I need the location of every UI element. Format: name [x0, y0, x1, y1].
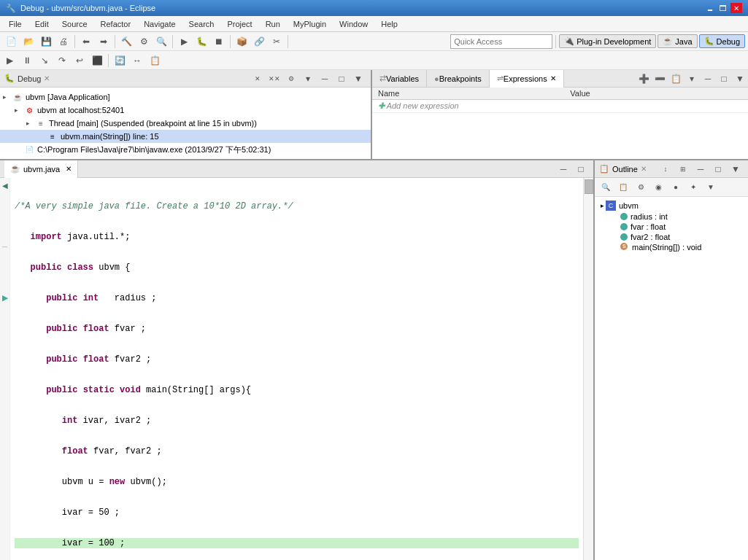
menu-edit[interactable]: Edit [29, 18, 55, 30]
perspective-java[interactable]: ☕ Java [658, 34, 697, 48]
outline-toolbar: 🔍 📋 ⚙ ◉ ● ✦ ▼ [595, 178, 748, 197]
debug-stepout-button[interactable]: ↩ [72, 52, 88, 69]
debug-terminate-button[interactable]: ⬛ [89, 52, 105, 69]
debug-minimize-btn[interactable]: ─ [317, 71, 333, 87]
outline-menu-btn[interactable]: ▼ [728, 161, 744, 177]
open-button[interactable]: 📂 [20, 34, 36, 50]
tab-breakpoints[interactable]: ● Breakpoints [427, 70, 490, 88]
outline-minimize-btn[interactable]: ─ [693, 161, 709, 177]
outline-maximize-btn[interactable]: □ [710, 161, 726, 177]
outline-tb-5[interactable]: ● [668, 179, 684, 195]
tb-btn-2[interactable]: ➡ [96, 34, 112, 50]
menu-source[interactable]: Source [56, 18, 93, 30]
print-button[interactable]: 🖨 [55, 34, 72, 50]
outline-tab-close[interactable]: ✕ [641, 165, 647, 173]
tb-btn-3[interactable]: 🔨 [118, 34, 134, 50]
stop-button[interactable]: ⏹ [211, 34, 227, 50]
editor-maximize-btn[interactable]: □ [573, 161, 589, 177]
tb2-btn-3[interactable]: 📋 [147, 52, 163, 69]
outline-tb-3[interactable]: ⚙ [633, 179, 649, 195]
debug-remove-btn[interactable]: ✕ [250, 71, 266, 87]
tree-item-label-process: ubvm at localhost:52401 [37, 106, 124, 114]
outline-item-main[interactable]: ▸ S main(String[]) : void [595, 242, 748, 252]
menu-navigate[interactable]: Navigate [138, 18, 181, 30]
tb-btn-4[interactable]: ⚙ [136, 34, 152, 50]
tree-item-process[interactable]: ▸ ⚙ ubvm at localhost:52401 [0, 104, 371, 117]
debug-remove-all-btn[interactable]: ✕✕ [266, 71, 282, 87]
menu-file[interactable]: File [3, 18, 28, 30]
debug-tab-close-icon[interactable]: ✕ [44, 74, 50, 82]
perspective-debug[interactable]: 🐛 Debug [699, 34, 745, 48]
tb-misc-3[interactable]: ✂ [269, 34, 285, 50]
scrollbar-thumb[interactable] [585, 179, 593, 194]
expr-maximize-btn[interactable]: □ [716, 71, 732, 87]
editor-scrollbar-v[interactable]: ▬ [583, 178, 593, 560]
menu-run[interactable]: Run [260, 18, 286, 30]
editor-tab-close-icon[interactable]: ✕ [66, 165, 72, 173]
expr-minimize-btn[interactable]: ─ [700, 71, 716, 87]
maximize-button[interactable]: 🗖 [717, 3, 729, 13]
tab-variables[interactable]: ⇄ Variables [372, 70, 427, 88]
code-editor[interactable]: /*A very simple java file. Create a 10*1… [10, 178, 583, 560]
add-expression-row[interactable]: ✚ Add new expression [372, 100, 748, 113]
tree-item-exe[interactable]: 📄 C:\Program Files\Java\jre7\bin\javaw.e… [0, 143, 371, 156]
expr-remove-btn[interactable]: ➖ [652, 71, 668, 87]
tb-btn-5[interactable]: 🔍 [153, 34, 169, 50]
menu-help[interactable]: Help [375, 18, 404, 30]
menu-myplugin[interactable]: MyPlugin [288, 18, 332, 30]
close-button[interactable]: ✕ [730, 3, 742, 13]
tab-expressions[interactable]: ⇌ Expressions ✕ [490, 70, 564, 88]
menu-search[interactable]: Search [183, 18, 220, 30]
tab-close-icon[interactable]: ✕ [550, 74, 556, 82]
marker-19 [0, 365, 9, 375]
tree-item-thread[interactable]: ▸ ≡ Thread [main] (Suspended (breakpoint… [0, 117, 371, 130]
outline-item-radius[interactable]: ▸ radius : int [595, 211, 748, 222]
outline-tb-7[interactable]: ▼ [703, 179, 719, 195]
tb-misc-2[interactable]: 🔗 [251, 34, 267, 50]
tree-item-app[interactable]: ▸ ☕ ubvm [Java Application] [0, 90, 371, 104]
debug-panel-title: Debug [18, 74, 41, 83]
perspective-plugin-dev[interactable]: 🔌 Plug-in Development [559, 34, 656, 48]
outline-item-fvar2[interactable]: ▸ fvar2 : float [595, 232, 748, 242]
debug-maximize-btn[interactable]: □ [333, 71, 350, 87]
debug-menu-btn[interactable]: ▼ [350, 71, 366, 87]
editor-tab[interactable]: ☕ ubvm.java ✕ [4, 160, 78, 178]
debug-run-button[interactable]: 🐛 [193, 34, 209, 50]
minimize-button[interactable]: 🗕 [704, 3, 716, 13]
expr-collapse-btn[interactable]: ▾ [684, 71, 700, 87]
tree-item-frame[interactable]: ≡ ubvm.main(String[]) line: 15 [0, 130, 371, 143]
save-button[interactable]: 💾 [38, 34, 54, 50]
new-button[interactable]: 📄 [3, 34, 19, 50]
tb-btn-1[interactable]: ⬅ [78, 34, 94, 50]
outline-item-fvar[interactable]: ▸ fvar : float [595, 222, 748, 232]
outline-tb-4[interactable]: ◉ [650, 179, 666, 195]
run-button[interactable]: ▶ [176, 34, 192, 50]
menu-window[interactable]: Window [333, 18, 374, 30]
menu-refactor[interactable]: Refactor [95, 18, 137, 30]
tb2-btn-1[interactable]: 🔄 [112, 52, 128, 69]
debug-stepinto-button[interactable]: ↘ [36, 52, 53, 69]
outline-group-btn[interactable]: ⊞ [675, 161, 691, 177]
quick-access-input[interactable] [450, 34, 552, 49]
menu-project[interactable]: Project [221, 18, 258, 30]
outline-item-ubvm[interactable]: ▸ C ubvm [595, 200, 748, 211]
outline-title: Outline [612, 165, 638, 174]
outline-tb-2[interactable]: 📋 [615, 179, 631, 195]
tb-misc-1[interactable]: 📦 [234, 34, 250, 50]
debug-properties-btn[interactable]: ⚙ [283, 71, 299, 87]
expr-copy-btn[interactable]: 📋 [668, 71, 684, 87]
debug-collapse-btn[interactable]: ▾ [300, 71, 316, 87]
debug-suspend-button[interactable]: ⏸ [19, 52, 35, 69]
outline-tb-6[interactable]: ✦ [685, 179, 701, 195]
tb2-btn-2[interactable]: ↔ [129, 52, 145, 69]
debug-resume-button[interactable]: ▶ [1, 52, 18, 69]
outline-sort-btn[interactable]: ↕ [658, 161, 674, 177]
debug-stepover-button[interactable]: ↷ [54, 52, 70, 69]
expr-menu-btn[interactable]: ▼ [732, 71, 748, 87]
expr-add-btn[interactable]: ➕ [636, 71, 652, 87]
outline-tb-1[interactable]: 🔍 [598, 179, 614, 195]
toolbar-1: 📄 📂 💾 🖨 ⬅ ➡ 🔨 ⚙ 🔍 ▶ 🐛 ⏹ 📦 🔗 ✂ 🔌 Plug-in … [0, 32, 748, 51]
editor-minimize-btn[interactable]: ─ [555, 161, 571, 177]
marker-18 [0, 354, 9, 365]
window-controls[interactable]: 🗕 🗖 ✕ [704, 3, 742, 13]
